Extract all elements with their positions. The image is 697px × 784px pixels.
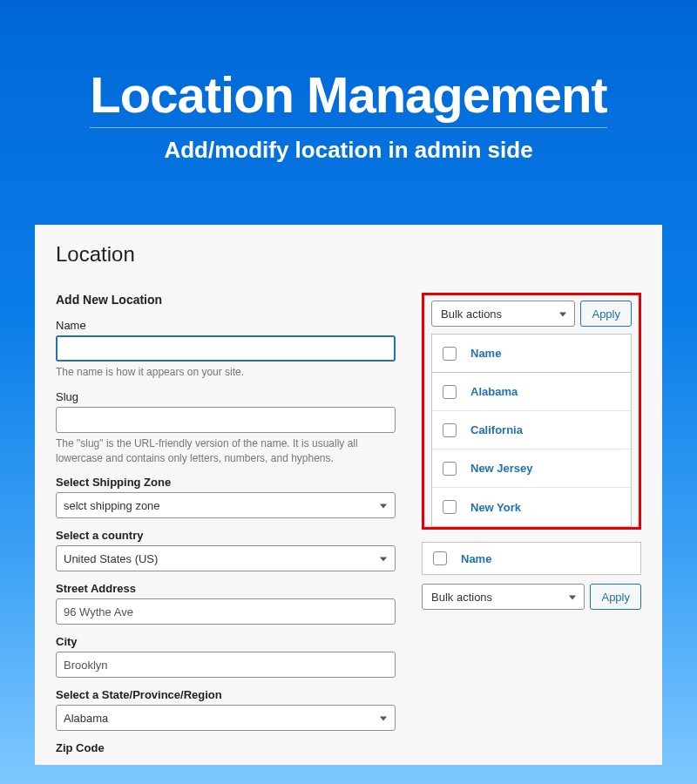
row-name[interactable]: California [470, 423, 523, 436]
table-row: New Jersey [432, 449, 631, 488]
highlight-box: Bulk actions Apply Name Alabama [422, 293, 641, 530]
slug-input[interactable] [56, 407, 396, 433]
name-help: The name is how it appears on your site. [56, 365, 396, 380]
hero-subtitle: Add/modify location in admin side [17, 137, 680, 164]
city-input[interactable] [56, 652, 396, 678]
table-row: Alabama [432, 373, 631, 411]
city-label: City [56, 635, 396, 648]
column-header-name[interactable]: Name [470, 347, 501, 360]
street-input[interactable] [56, 598, 396, 625]
column-footer-name[interactable]: Name [461, 552, 491, 565]
row-name[interactable]: Alabama [470, 385, 518, 398]
country-select[interactable]: United States (US) [56, 545, 396, 571]
apply-button-bottom[interactable]: Apply [590, 584, 641, 610]
table-footer-row: Name [422, 542, 641, 575]
row-checkbox[interactable] [443, 462, 457, 476]
form-heading: Add New Location [56, 293, 396, 307]
panel-title: Location [56, 242, 641, 267]
name-input[interactable] [56, 335, 396, 362]
row-checkbox[interactable] [443, 423, 457, 437]
street-label: Street Address [56, 582, 396, 595]
zip-label: Zip Code [56, 741, 396, 754]
state-label: Select a State/Province/Region [56, 688, 396, 701]
bulk-actions-select-top[interactable]: Bulk actions [431, 301, 575, 327]
slug-help: The "slug" is the URL-friendly version o… [56, 436, 396, 466]
locations-table: Name Alabama California New Jersey [431, 334, 632, 527]
state-select[interactable]: Alabama [56, 705, 396, 731]
slug-label: Slug [56, 390, 396, 403]
name-label: Name [56, 319, 396, 332]
select-all-checkbox-top[interactable] [443, 347, 457, 361]
apply-button-top[interactable]: Apply [580, 301, 632, 327]
row-checkbox[interactable] [443, 500, 457, 514]
row-name[interactable]: New York [470, 501, 521, 514]
select-all-checkbox-bottom[interactable] [433, 551, 447, 565]
shipping-select[interactable]: selct shipping zone [56, 492, 396, 518]
table-row: California [432, 411, 631, 449]
shipping-label: Select Shipping Zone [56, 476, 396, 489]
hero-title: Location Management [90, 65, 606, 128]
admin-panel: Location Add New Location Name The name … [35, 225, 662, 765]
row-checkbox[interactable] [443, 385, 457, 399]
country-label: Select a country [56, 529, 396, 542]
table-row: New York [432, 488, 631, 526]
row-name[interactable]: New Jersey [470, 462, 533, 475]
bulk-actions-select-bottom[interactable]: Bulk actions [422, 584, 585, 610]
